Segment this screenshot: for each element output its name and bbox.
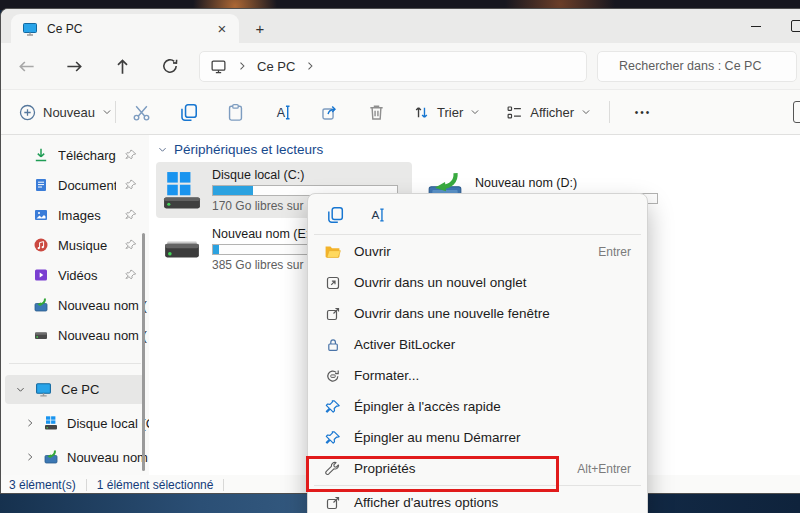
tab-title: Ce PC (47, 22, 213, 36)
sidebar-item-ce-pc[interactable]: Ce PC (5, 375, 145, 404)
plus-circle-icon (19, 104, 36, 121)
menu-item-formater[interactable]: Formater... (312, 360, 643, 391)
copy-button[interactable] (173, 98, 203, 126)
sidebar-item-label: Nouveau nom ( (58, 298, 149, 313)
delete-button[interactable] (361, 98, 391, 126)
monitor-icon (35, 381, 52, 398)
more-options-icon (324, 495, 341, 511)
tab-ce-pc[interactable]: Ce PC × (11, 14, 239, 43)
monitor-icon (22, 21, 38, 37)
up-button[interactable] (109, 53, 135, 79)
chevron-down-icon (470, 107, 480, 117)
chevron-right-icon[interactable] (25, 452, 35, 462)
svg-text:A: A (371, 208, 379, 222)
preview-pane-icon[interactable] (793, 101, 800, 123)
breadcrumb[interactable]: Ce PC (199, 51, 587, 82)
sidebar-item-label: Images (58, 208, 116, 223)
sidebar-item-label: Musique (58, 238, 116, 253)
drive-green-icon (43, 449, 59, 465)
menu-item-ouvrir[interactable]: Ouvrir Entrer (312, 236, 643, 267)
menu-item-ouvrir-nouvelle-fenetre[interactable]: Ouvrir dans une nouvelle fenêtre (312, 298, 643, 329)
back-button[interactable] (13, 53, 39, 79)
drive-name: Disque local (C:) (212, 168, 398, 183)
minimize-button[interactable] (743, 13, 769, 39)
share-button[interactable] (314, 98, 344, 126)
more-options-button[interactable]: ••• (626, 107, 660, 118)
sidebar-item-disque-local-c[interactable]: Disque local (C (1, 408, 149, 438)
menu-item-afficher-autres-options[interactable]: Afficher d'autres options (312, 487, 643, 513)
copy-icon[interactable] (326, 206, 344, 224)
sidebar-item-nouveau-nom-d[interactable]: Nouveau nom ( (1, 290, 149, 320)
menu-shortcut: Entrer (598, 245, 631, 259)
drive-os-icon (163, 171, 201, 209)
sidebar-item-musique[interactable]: Musique (1, 230, 149, 260)
open-new-tab-icon (324, 275, 341, 291)
pin-icon (125, 149, 137, 161)
folder-icon (324, 243, 341, 260)
status-selection-count: 1 élément sélectionné (97, 478, 214, 492)
new-button[interactable]: Nouveau (19, 104, 105, 121)
context-menu-icon-row: A (312, 199, 643, 233)
pin-icon (324, 399, 341, 415)
sidebar-item-label: Téléchargem (58, 148, 116, 163)
chevron-down-icon[interactable] (15, 384, 26, 395)
drive-dark-icon (163, 230, 201, 268)
sidebar-item-images[interactable]: Images (1, 200, 149, 230)
sidebar: Téléchargem Documents Images (1, 135, 149, 475)
refresh-button[interactable] (157, 53, 183, 79)
search-input[interactable]: Rechercher dans : Ce PC (597, 51, 797, 82)
menu-item-epingler-acces-rapide[interactable]: Épingler à l'accès rapide (312, 391, 643, 422)
navigation-bar: Ce PC Rechercher dans : Ce PC (1, 43, 800, 89)
chevron-down-icon[interactable] (157, 144, 168, 155)
sidebar-item-nouveau-nom[interactable]: Nouveau nom (1, 442, 149, 472)
view-button-label: Afficher (530, 105, 574, 120)
search-input-text: Rechercher dans : Ce PC (619, 59, 761, 73)
section-title: Périphériques et lecteurs (174, 142, 323, 157)
chevron-right-icon[interactable] (25, 418, 35, 428)
tab-close-icon[interactable]: × (213, 20, 231, 38)
sidebar-item-videos[interactable]: Vidéos (1, 260, 149, 290)
paste-button[interactable] (220, 98, 250, 126)
monitor-icon (210, 58, 227, 75)
menu-item-activer-bitlocker[interactable]: Activer BitLocker (312, 329, 643, 360)
sort-button[interactable]: Trier (413, 104, 480, 121)
lock-icon (324, 337, 341, 353)
breadcrumb-item-ce-pc[interactable]: Ce PC (257, 59, 295, 74)
maximize-button[interactable] (791, 13, 800, 39)
drive-dark-icon (33, 327, 49, 343)
rename-icon[interactable]: A (368, 206, 386, 224)
status-divider (223, 479, 224, 491)
section-header-peripheriques[interactable]: Périphériques et lecteurs (157, 142, 323, 157)
open-new-window-icon (324, 306, 341, 322)
sort-icon (413, 104, 430, 121)
drive-name: Nouveau nom (D:) (475, 176, 658, 191)
sidebar-scrollbar[interactable] (142, 233, 145, 471)
sidebar-item-telechargements[interactable]: Téléchargem (1, 140, 149, 170)
sidebar-item-label: Disque local (C (67, 416, 149, 431)
pin-icon (324, 430, 341, 446)
pin-icon (125, 179, 137, 191)
new-tab-button[interactable]: + (247, 15, 273, 41)
toolbar-divider (609, 101, 610, 123)
tab-bar: Ce PC × + (1, 9, 800, 43)
menu-item-epingler-menu-demarrer[interactable]: Épingler au menu Démarrer (312, 422, 643, 453)
rename-button[interactable]: A (267, 98, 297, 126)
menu-item-ouvrir-nouvel-onglet[interactable]: Ouvrir dans un nouvel onglet (312, 267, 643, 298)
pin-icon (125, 209, 137, 221)
music-icon (33, 237, 49, 253)
context-menu-divider (314, 485, 641, 486)
cut-button[interactable] (126, 98, 156, 126)
forward-button[interactable] (61, 53, 87, 79)
view-button[interactable]: Afficher (506, 104, 591, 121)
sidebar-item-documents[interactable]: Documents (1, 170, 149, 200)
menu-item-proprietes[interactable]: Propriétés Alt+Entrer (312, 453, 643, 484)
sidebar-item-label: Nouveau nom (67, 450, 149, 465)
status-item-count: 3 élément(s) (9, 478, 76, 492)
sidebar-divider (9, 363, 141, 364)
sort-button-label: Trier (437, 105, 463, 120)
chevron-down-icon (581, 107, 591, 117)
sidebar-item-nouveau-nom-e[interactable]: Nouveau nom ( (1, 320, 149, 350)
pin-icon (125, 239, 137, 251)
menu-shortcut: Alt+Entrer (577, 462, 631, 476)
image-icon (33, 207, 49, 223)
